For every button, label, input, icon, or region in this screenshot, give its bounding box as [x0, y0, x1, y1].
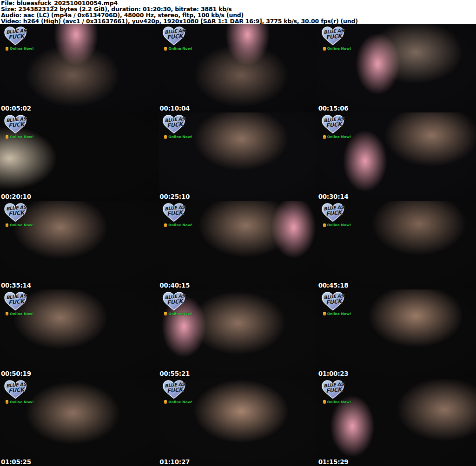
timestamp-overlay: 00:45:18 — [318, 282, 349, 289]
watermark-text-line2: FUCK — [167, 33, 183, 41]
online-status-icon — [323, 135, 326, 139]
blueasfuck-logo: BLUE AS FUCK Online Now! — [161, 291, 191, 318]
online-status-icon — [323, 47, 326, 51]
online-status-icon — [6, 47, 8, 51]
online-status-label: Online Now! — [168, 312, 192, 316]
thumbnail-grid: BLUE AS FUCK Online Now! 00:05:02 — [0, 24, 476, 466]
blueasfuck-logo: BLUE AS FUCK Online Now! — [161, 26, 191, 53]
media-info-header: File: blueasfuck_202510010054.mp4 Size: … — [0, 0, 476, 24]
online-status-icon — [164, 135, 167, 139]
watermark-text-line2: FUCK — [8, 298, 24, 306]
online-status: Online Now! — [6, 135, 34, 139]
blueasfuck-logo: BLUE AS FUCK Online Now! — [161, 379, 191, 406]
blueasfuck-logo: BLUE AS FUCK Online Now! — [320, 379, 350, 406]
online-status-icon — [164, 47, 167, 51]
online-status-label: Online Now! — [10, 223, 34, 227]
timestamp-overlay: 01:10:27 — [159, 458, 190, 466]
video-thumbnail[interactable]: BLUE AS FUCK Online Now! 00:45:18 — [317, 201, 476, 289]
online-status-label: Online Now! — [168, 400, 192, 404]
online-status-label: Online Now! — [10, 312, 34, 316]
online-status: Online Now! — [6, 312, 34, 316]
watermark-text-line2: FUCK — [167, 298, 183, 306]
timestamp-overlay: 00:30:14 — [318, 193, 349, 200]
timestamp-overlay: 00:10:04 — [159, 105, 190, 112]
video-thumbnail[interactable]: BLUE AS FUCK Online Now! 00:55:21 — [159, 289, 317, 378]
video-thumbnail[interactable]: BLUE AS FUCK Online Now! 01:15:29 — [317, 378, 476, 466]
online-status-icon — [6, 400, 8, 404]
online-status: Online Now! — [6, 46, 34, 51]
online-status-label: Online Now! — [168, 135, 192, 139]
online-status-icon — [323, 223, 326, 227]
online-status-icon — [6, 312, 8, 315]
media-video-line: Video: h264 (High) (avc1 / 0x31637661), … — [1, 19, 476, 25]
timestamp-overlay: 00:20:10 — [1, 193, 31, 200]
video-thumbnail[interactable]: BLUE AS FUCK Online Now! 01:10:27 — [159, 378, 317, 466]
online-status: Online Now! — [164, 46, 192, 51]
watermark-text-line2: FUCK — [8, 386, 24, 394]
watermark-text-line2: FUCK — [167, 386, 183, 394]
video-thumbnail[interactable]: BLUE AS FUCK Online Now! 00:10:04 — [159, 24, 317, 112]
watermark-text-line2: FUCK — [325, 33, 342, 41]
online-status: Online Now! — [164, 223, 192, 227]
video-thumbnail[interactable]: BLUE AS FUCK Online Now! 00:30:14 — [317, 112, 476, 201]
blueasfuck-logo: BLUE AS FUCK Online Now! — [2, 379, 32, 406]
online-status: Online Now! — [6, 223, 34, 227]
online-status-label: Online Now! — [327, 223, 351, 227]
timestamp-overlay: 01:00:23 — [318, 370, 349, 377]
blueasfuck-logo: BLUE AS FUCK Online Now! — [161, 114, 191, 141]
online-status: Online Now! — [164, 312, 192, 316]
timestamp-overlay: 01:15:29 — [318, 458, 349, 466]
blueasfuck-logo: BLUE AS FUCK Online Now! — [2, 291, 32, 318]
video-thumbnail[interactable]: BLUE AS FUCK Online Now! 00:50:19 — [0, 289, 159, 378]
online-status-label: Online Now! — [168, 223, 192, 227]
video-thumbnail[interactable]: BLUE AS FUCK Online Now! 00:40:15 — [159, 201, 317, 289]
timestamp-overlay: 00:25:10 — [159, 193, 190, 200]
blueasfuck-logo: BLUE AS FUCK Online Now! — [2, 26, 32, 53]
blueasfuck-logo: BLUE AS FUCK Online Now! — [161, 202, 191, 229]
blueasfuck-logo: BLUE AS FUCK Online Now! — [320, 202, 350, 229]
timestamp-overlay: 00:50:19 — [1, 370, 31, 377]
online-status-icon — [323, 400, 326, 404]
video-thumbnail[interactable]: BLUE AS FUCK Online Now! 00:25:10 — [159, 112, 317, 201]
watermark-text-line2: FUCK — [8, 33, 24, 41]
online-status-label: Online Now! — [327, 135, 351, 139]
online-status: Online Now! — [323, 223, 351, 227]
video-thumbnail[interactable]: BLUE AS FUCK Online Now! 00:35:14 — [0, 201, 159, 289]
online-status: Online Now! — [323, 46, 351, 51]
video-thumbnail[interactable]: BLUE AS FUCK Online Now! 01:05:25 — [0, 378, 159, 466]
online-status-icon — [6, 135, 8, 139]
online-status-label: Online Now! — [327, 400, 351, 404]
online-status: Online Now! — [6, 400, 34, 404]
online-status-label: Online Now! — [327, 46, 351, 51]
online-status: Online Now! — [164, 400, 192, 404]
online-status-icon — [164, 400, 167, 404]
online-status-icon — [6, 223, 8, 227]
timestamp-overlay: 00:05:02 — [1, 105, 31, 112]
video-thumbnail[interactable]: BLUE AS FUCK Online Now! 00:05:02 — [0, 24, 159, 112]
timestamp-overlay: 00:40:15 — [159, 282, 190, 289]
online-status-label: Online Now! — [10, 400, 34, 404]
online-status-label: Online Now! — [327, 312, 351, 316]
watermark-text-line2: FUCK — [325, 386, 342, 394]
online-status-icon — [164, 312, 167, 315]
timestamp-overlay: 00:55:21 — [159, 370, 190, 377]
video-thumbnail[interactable]: BLUE AS FUCK Online Now! 01:00:23 — [317, 289, 476, 378]
timestamp-overlay: 00:35:14 — [1, 282, 31, 289]
video-thumbnail[interactable]: BLUE AS FUCK Online Now! 00:20:10 — [0, 112, 159, 201]
blueasfuck-logo: BLUE AS FUCK Online Now! — [320, 114, 350, 141]
online-status-label: Online Now! — [10, 46, 34, 51]
video-thumbnail[interactable]: BLUE AS FUCK Online Now! 00:15:06 — [317, 24, 476, 112]
online-status-icon — [164, 223, 167, 227]
timestamp-overlay: 01:05:25 — [1, 458, 31, 466]
video-contact-sheet: File: blueasfuck_202510010054.mp4 Size: … — [0, 0, 476, 466]
online-status-label: Online Now! — [168, 46, 192, 51]
blueasfuck-logo: BLUE AS FUCK Online Now! — [320, 26, 350, 53]
online-status-label: Online Now! — [10, 135, 34, 139]
online-status: Online Now! — [323, 400, 351, 404]
online-status: Online Now! — [323, 135, 351, 139]
blueasfuck-logo: BLUE AS FUCK Online Now! — [2, 114, 32, 141]
blueasfuck-logo: BLUE AS FUCK Online Now! — [2, 202, 32, 229]
watermark-text-line2: FUCK — [325, 298, 342, 306]
online-status: Online Now! — [164, 135, 192, 139]
timestamp-overlay: 00:15:06 — [318, 105, 349, 112]
